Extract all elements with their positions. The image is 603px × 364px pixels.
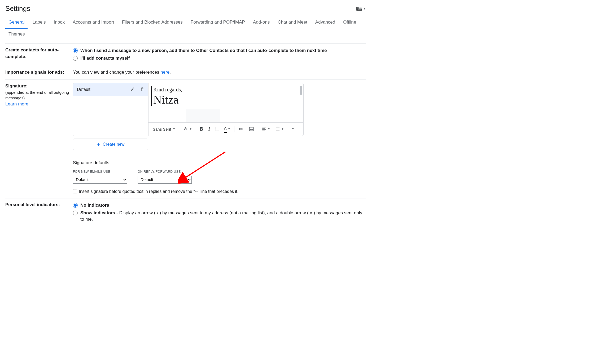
on-reply-forward-select[interactable]: Default bbox=[138, 176, 192, 184]
tab-inbox[interactable]: Inbox bbox=[51, 17, 68, 29]
tab-general[interactable]: General bbox=[5, 17, 28, 29]
signature-defaults-title: Signature defaults bbox=[73, 160, 366, 166]
signature-label: Signature: bbox=[5, 83, 70, 90]
pli-option-none-text: No indicators bbox=[80, 202, 109, 209]
contacts-option-auto[interactable]: When I send a message to a new person, a… bbox=[73, 47, 366, 55]
chevron-down-icon: ▼ bbox=[173, 127, 175, 131]
tab-filters[interactable]: Filters and Blocked Addresses bbox=[119, 17, 186, 29]
for-new-emails-select[interactable]: Default bbox=[73, 176, 127, 184]
signature-editor[interactable]: Kind regards, Nitza Sans Serif ▼ bbox=[148, 83, 303, 136]
chevron-down-icon: ▼ bbox=[189, 127, 192, 131]
contacts-option-auto-text: When I send a message to a new person, a… bbox=[80, 47, 327, 54]
contacts-option-auto-radio[interactable] bbox=[73, 48, 78, 53]
create-new-label: Create new bbox=[103, 142, 125, 147]
italic-button[interactable]: I bbox=[207, 125, 212, 134]
svg-rect-9 bbox=[359, 8, 359, 9]
pli-option-none[interactable]: No indicators bbox=[73, 202, 366, 209]
chevron-down-icon: ▼ bbox=[363, 7, 366, 11]
input-tools-button[interactable]: ▼ bbox=[356, 7, 366, 11]
svg-rect-8 bbox=[358, 8, 358, 9]
signature-toolbar: Sans Serif ▼ ▼ B I U bbox=[148, 122, 303, 136]
ads-here-link[interactable]: here bbox=[160, 70, 169, 75]
signature-content-area[interactable]: Kind regards, Nitza bbox=[148, 83, 303, 122]
svg-rect-13 bbox=[358, 10, 361, 10]
contacts-option-manual[interactable]: I'll add contacts myself bbox=[73, 55, 366, 62]
signature-list: Default bbox=[73, 83, 148, 136]
insert-link-button[interactable] bbox=[237, 125, 245, 133]
svg-rect-11 bbox=[360, 8, 361, 9]
delete-icon[interactable] bbox=[140, 87, 145, 92]
chevron-down-icon: ▼ bbox=[268, 127, 270, 131]
signature-learn-more-link[interactable]: Learn more bbox=[5, 101, 28, 106]
scrollbar-thumb[interactable] bbox=[300, 86, 302, 95]
pli-option-show-radio[interactable] bbox=[73, 211, 78, 215]
tab-labels[interactable]: Labels bbox=[29, 17, 49, 29]
contacts-option-manual-radio[interactable] bbox=[73, 56, 78, 61]
tab-accounts[interactable]: Accounts and Import bbox=[69, 17, 117, 29]
svg-rect-1 bbox=[357, 7, 357, 8]
personal-level-indicators-label: Personal level indicators: bbox=[5, 202, 70, 208]
font-family-dropdown[interactable]: Sans Serif ▼ bbox=[151, 125, 177, 133]
insert-before-quoted-checkbox[interactable] bbox=[73, 189, 77, 193]
more-formatting-button[interactable]: ▼ bbox=[290, 126, 296, 132]
pli-option-show-text: Show indicators - Display an arrow ( › )… bbox=[80, 210, 366, 223]
bold-button[interactable]: B bbox=[198, 125, 205, 134]
signature-editor-panel: Default Kind bbox=[73, 83, 304, 136]
insert-before-quoted-option[interactable]: Insert signature before quoted text in r… bbox=[73, 188, 366, 194]
chevron-down-icon: ▼ bbox=[281, 127, 284, 131]
ads-text: You can view and change your preferences bbox=[73, 70, 160, 75]
insert-image-button[interactable] bbox=[247, 125, 256, 133]
signature-item-name: Default bbox=[77, 86, 90, 92]
chevron-down-icon: ▼ bbox=[292, 127, 294, 131]
tab-advanced[interactable]: Advanced bbox=[312, 17, 339, 29]
pli-option-show[interactable]: Show indicators - Display an arrow ( › )… bbox=[73, 209, 366, 223]
svg-rect-7 bbox=[357, 8, 357, 9]
tab-addons[interactable]: Add-ons bbox=[250, 17, 273, 29]
contacts-option-manual-text: I'll add contacts myself bbox=[80, 55, 130, 62]
page-title: Settings bbox=[5, 4, 30, 14]
chevron-down-icon: ▼ bbox=[228, 127, 230, 131]
signature-text-name: Nitza bbox=[153, 94, 182, 106]
tab-forwarding[interactable]: Forwarding and POP/IMAP bbox=[187, 17, 248, 29]
signature-list-item[interactable]: Default bbox=[73, 83, 148, 96]
contacts-autocomplete-label: Create contacts for auto-complete: bbox=[5, 47, 70, 60]
on-reply-forward-label: ON REPLY/FORWARD USE bbox=[138, 170, 192, 174]
tab-themes[interactable]: Themes bbox=[5, 29, 28, 41]
svg-rect-5 bbox=[360, 7, 361, 8]
create-new-signature-button[interactable]: + Create new bbox=[73, 139, 148, 150]
signature-text-regards: Kind regards, bbox=[153, 86, 182, 94]
tab-offline[interactable]: Offline bbox=[340, 17, 359, 29]
ads-after: . bbox=[169, 70, 171, 75]
svg-rect-4 bbox=[359, 7, 360, 8]
svg-rect-3 bbox=[359, 7, 359, 8]
edit-icon[interactable] bbox=[130, 87, 135, 92]
svg-rect-6 bbox=[361, 7, 362, 8]
insert-before-quoted-text: Insert signature before quoted text in r… bbox=[79, 188, 238, 194]
svg-rect-2 bbox=[358, 7, 358, 8]
for-new-emails-label: FOR NEW EMAILS USE bbox=[73, 170, 127, 174]
underline-button[interactable]: U bbox=[214, 125, 220, 134]
font-family-value: Sans Serif bbox=[153, 126, 171, 132]
tab-chat[interactable]: Chat and Meet bbox=[274, 17, 311, 29]
ads-label: Importance signals for ads: bbox=[5, 69, 70, 76]
keyboard-icon bbox=[356, 7, 362, 11]
list-button[interactable]: ▼ bbox=[274, 126, 286, 132]
signature-image-placeholder bbox=[186, 109, 220, 122]
align-button[interactable]: ▼ bbox=[260, 126, 272, 132]
font-size-button[interactable]: ▼ bbox=[181, 125, 194, 133]
settings-tabs: General Labels Inbox Accounts and Import… bbox=[0, 17, 371, 41]
signature-sublabel: (appended at the end of all outgoing mes… bbox=[5, 90, 70, 101]
text-color-button[interactable]: A ▼ bbox=[222, 125, 232, 134]
svg-rect-12 bbox=[361, 8, 362, 9]
svg-rect-10 bbox=[359, 8, 360, 9]
pli-option-none-radio[interactable] bbox=[73, 203, 78, 208]
